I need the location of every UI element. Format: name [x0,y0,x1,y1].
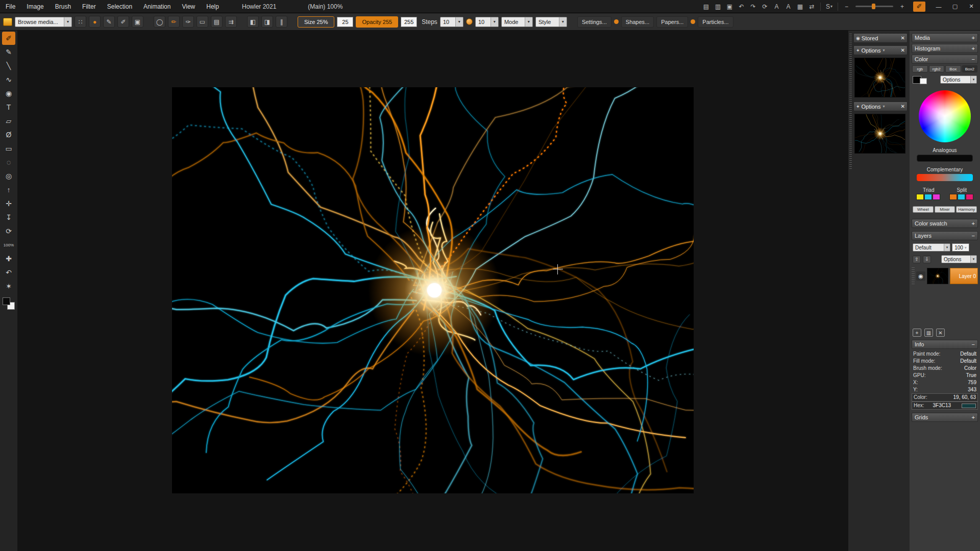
tab-box[interactable]: Box [945,65,961,72]
canvas-area[interactable] [17,31,848,551]
eye-icon[interactable]: ◉ [856,36,860,41]
color-section-header[interactable]: Color − [912,55,978,64]
layer-visibility-icon[interactable]: ◉ [916,271,925,281]
expand-icon[interactable]: + [972,220,975,227]
menu-selection[interactable]: Selection [102,0,138,13]
papers-button[interactable]: Papers... [656,16,688,28]
tab-rgb[interactable]: rgb [912,65,928,72]
expand-icon[interactable]: + [972,45,975,52]
stored-panel-header[interactable]: ◉ Stored ✕ [853,33,908,43]
undo-icon[interactable]: ↶ [736,2,747,12]
settings-button[interactable]: Settings... [577,16,611,28]
tab-wheel[interactable]: Wheel [913,206,934,213]
tab-rgb2[interactable]: rgb2 [929,65,945,72]
minimize-button[interactable]: — [931,1,946,12]
menu-filter[interactable]: Filter [77,0,102,13]
curve-tool[interactable]: ∿ [2,73,15,86]
pin-tool[interactable]: ↧ [2,211,15,224]
expand-icon[interactable]: + [972,414,975,420]
foreground-color-swatch[interactable] [3,297,10,305]
layer-up-icon[interactable]: ⇧ [913,256,921,263]
text-tool[interactable]: T [2,101,15,114]
doc-copy-icon[interactable]: ▥ [713,2,723,12]
text-large-icon[interactable]: A [783,2,794,12]
zoom-out-button[interactable]: − [841,2,852,12]
triad-swatch-2[interactable] [924,194,932,200]
pen-icon[interactable]: ✎ [103,16,115,28]
grids-section-header[interactable]: Grids + [912,413,978,422]
delete-layer-icon[interactable]: ✕ [936,329,945,337]
layer-grip[interactable] [912,267,915,285]
browse-media-dropdown[interactable]: Browse media... ▾ [15,17,72,27]
exclude-tool[interactable]: Ø [2,128,15,141]
rect-select-tool[interactable]: ▭ [2,142,15,155]
layer-mode-dropdown[interactable]: Default ▾ [913,243,950,252]
tab-mixer[interactable]: Mixer [935,206,955,213]
shapes-button[interactable]: Shapes... [621,16,654,28]
magic-tool[interactable]: ✶ [2,280,15,293]
layers-section-header[interactable]: Layers − [912,231,978,240]
doc-next-icon[interactable]: ▣ [724,2,735,12]
split-swatch-2[interactable] [958,194,965,200]
color-swatch-pair[interactable] [3,297,15,310]
flip-vertical-icon[interactable]: ◨ [261,16,273,28]
browse-icon[interactable] [3,18,12,26]
layer-options-dropdown[interactable]: Options ▾ [941,255,977,263]
split-swatch-3[interactable] [966,194,973,200]
add-tool[interactable]: ✚ [2,252,15,265]
stroke-style-button[interactable]: S ▾ [824,2,835,12]
split-swatch-1[interactable] [949,194,957,200]
zoom-slider[interactable] [855,6,893,7]
color-dot-icon[interactable]: ● [89,16,101,28]
layer-row[interactable]: ◉ Layer 0 [912,267,978,285]
menu-file[interactable]: File [0,0,21,13]
rotate-tool[interactable]: ⟳ [2,224,15,238]
zoom-in-button[interactable]: + [897,2,908,12]
triad-swatch-3[interactable] [933,194,940,200]
size-value-field[interactable]: 25 [337,17,353,27]
eyedropper-icon[interactable]: ✐ [117,16,129,28]
shear-icon[interactable]: ∥ [276,16,287,28]
tab-harmony[interactable]: Harmony [956,206,977,213]
size-button[interactable]: Size 25% [298,16,334,28]
layer-name[interactable]: Layer 0 [950,268,978,284]
media-section-header[interactable]: Media + [912,33,978,42]
close-icon[interactable]: ✕ [901,35,905,41]
layer-thumbnail[interactable] [927,268,948,284]
color-wheel[interactable] [919,90,971,142]
opacity-button[interactable]: Opacity 255 [356,16,398,28]
flip-horizontal-icon[interactable]: ◧ [247,16,259,28]
undo-tool[interactable]: ↶ [2,266,15,279]
complementary-bar[interactable] [917,174,973,181]
zoom-slider-knob[interactable] [872,4,875,9]
redo-icon[interactable]: ↷ [748,2,758,12]
steps-dropdown[interactable]: 10 ▾ [440,17,463,27]
menu-help[interactable]: Help [201,0,225,13]
color-options-dropdown[interactable]: Options ▾ [940,76,977,84]
clone-icon[interactable]: ▣ [132,16,143,28]
particles-button[interactable]: Particles... [698,16,733,28]
eraser-icon[interactable]: ▭ [197,16,208,28]
options-panel-1-header[interactable]: ✦ Options ▾ ✕ [853,45,908,55]
pressure-icon[interactable] [466,18,473,25]
brush-tool[interactable]: ✐ [2,32,15,45]
color-swatch-section-header[interactable]: Color swatch + [912,219,978,228]
split-swatches[interactable] [949,194,973,200]
close-icon[interactable]: ✕ [901,47,905,53]
preview-thumbnail-2[interactable] [854,114,905,154]
pin-icon[interactable]: ✦ [856,104,860,109]
menu-image[interactable]: Image [21,0,49,13]
panel-grip[interactable] [849,34,852,169]
style-dropdown[interactable]: Style ▾ [535,17,567,27]
options-panel-2-header[interactable]: ✦ Options ▾ ✕ [853,102,908,111]
artwork-canvas[interactable] [172,87,694,493]
doc-prev-icon[interactable]: ▤ [701,2,712,12]
zoom-tool[interactable]: ◎ [2,169,15,183]
triad-swatches[interactable] [916,194,940,200]
crop-tool[interactable]: ▱ [2,114,15,128]
repeat-icon[interactable]: ⟳ [760,2,770,12]
marker-icon[interactable]: ✑ [182,16,194,28]
layer-opacity-field[interactable]: 100 ▾ [952,243,969,252]
preview-thumbnail-1[interactable] [854,58,905,97]
ellipse-icon[interactable]: ◯ [154,16,165,28]
